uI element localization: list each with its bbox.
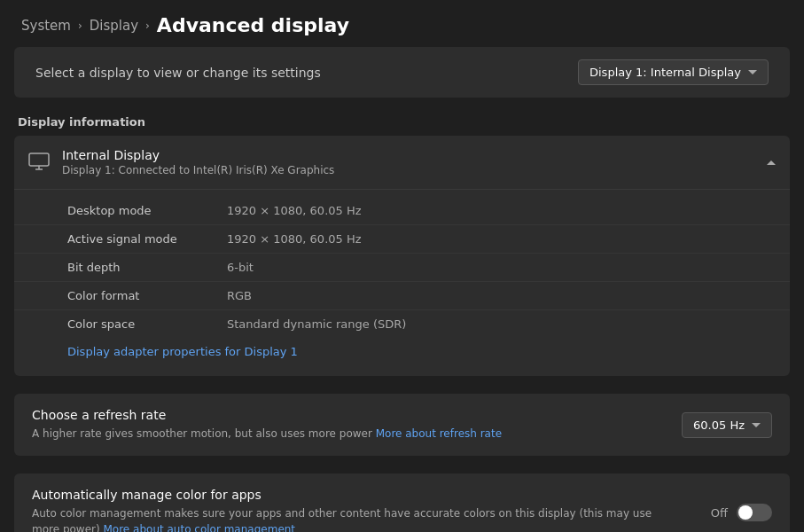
refresh-rate-section: Choose a refresh rate A higher rate give… (14, 394, 790, 456)
header: System › Display › Advanced display (0, 0, 804, 47)
breadcrumb-sep-2: › (145, 20, 150, 32)
info-value-signal-mode: 1920 × 1080, 60.05 Hz (227, 232, 362, 246)
display-information-card: Internal Display Display 1: Connected to… (14, 136, 790, 376)
refresh-rate-chevron-icon (752, 423, 761, 427)
breadcrumb: System › Display › Advanced display (21, 14, 349, 36)
table-row: Color space Standard dynamic range (SDR) (14, 310, 790, 338)
display-information-section: Display information Internal Display Dis… (14, 115, 790, 376)
display-information-title: Display information (14, 115, 790, 129)
info-value-color-space: Standard dynamic range (SDR) (227, 317, 406, 331)
display-info-header[interactable]: Internal Display Display 1: Connected to… (14, 136, 790, 190)
table-row: Active signal mode 1920 × 1080, 60.05 Hz (14, 225, 790, 254)
display-info-text: Internal Display Display 1: Connected to… (62, 148, 334, 176)
info-value-bit-depth: 6-bit (227, 261, 254, 274)
refresh-rate-more-link[interactable]: More about refresh rate (376, 427, 502, 440)
display-selector-bar: Select a display to view or change its s… (14, 47, 790, 98)
auto-color-left: Automatically manage color for apps Auto… (32, 488, 711, 532)
auto-color-more-link[interactable]: More about auto color management (104, 523, 296, 532)
monitor-icon (28, 153, 50, 173)
auto-color-section: Automatically manage color for apps Auto… (14, 473, 790, 532)
refresh-rate-title: Choose a refresh rate (32, 408, 646, 422)
auto-color-toggle-container: Off (711, 504, 772, 521)
display-info-collapse-icon (767, 160, 776, 165)
svg-rect-0 (29, 153, 49, 166)
info-label-color-format: Color format (67, 289, 227, 302)
display-info-rows: Desktop mode 1920 × 1080, 60.05 Hz Activ… (14, 190, 790, 376)
table-row: Desktop mode 1920 × 1080, 60.05 Hz (14, 197, 790, 225)
display-subtitle: Display 1: Connected to Intel(R) Iris(R)… (62, 164, 334, 176)
auto-color-toggle[interactable] (737, 504, 772, 521)
info-label-bit-depth: Bit depth (67, 261, 227, 274)
info-label-desktop-mode: Desktop mode (67, 204, 227, 217)
display-dropdown-chevron-icon (748, 70, 757, 74)
display-selector-dropdown[interactable]: Display 1: Internal Display (578, 59, 769, 85)
auto-color-card: Automatically manage color for apps Auto… (14, 473, 790, 532)
info-value-desktop-mode: 1920 × 1080, 60.05 Hz (227, 204, 362, 217)
breadcrumb-system[interactable]: System (21, 18, 71, 34)
info-label-color-space: Color space (67, 317, 227, 331)
display-selector-label: Select a display to view or change its s… (35, 66, 321, 80)
info-label-signal-mode: Active signal mode (67, 232, 227, 246)
refresh-rate-card: Choose a refresh rate A higher rate give… (14, 394, 790, 456)
auto-color-desc: Auto color management makes sure your ap… (32, 505, 675, 532)
refresh-rate-value: 60.05 Hz (693, 419, 745, 432)
breadcrumb-display[interactable]: Display (90, 18, 138, 34)
display-info-left: Internal Display Display 1: Connected to… (28, 148, 334, 176)
table-row: Color format RGB (14, 282, 790, 310)
refresh-rate-dropdown[interactable]: 60.05 Hz (682, 412, 772, 438)
display-selector-value: Display 1: Internal Display (589, 66, 741, 79)
refresh-rate-left: Choose a refresh rate A higher rate give… (32, 408, 682, 442)
toggle-knob (738, 505, 753, 520)
table-row: Bit depth 6-bit (14, 254, 790, 282)
refresh-rate-desc: A higher rate gives smoother motion, but… (32, 426, 646, 442)
page-title: Advanced display (157, 14, 349, 36)
adapter-properties-link[interactable]: Display adapter properties for Display 1 (14, 338, 790, 369)
auto-color-title: Automatically manage color for apps (32, 488, 675, 502)
auto-color-toggle-label: Off (711, 506, 728, 520)
display-name: Internal Display (62, 148, 334, 162)
breadcrumb-sep-1: › (78, 20, 82, 32)
info-value-color-format: RGB (227, 289, 252, 302)
